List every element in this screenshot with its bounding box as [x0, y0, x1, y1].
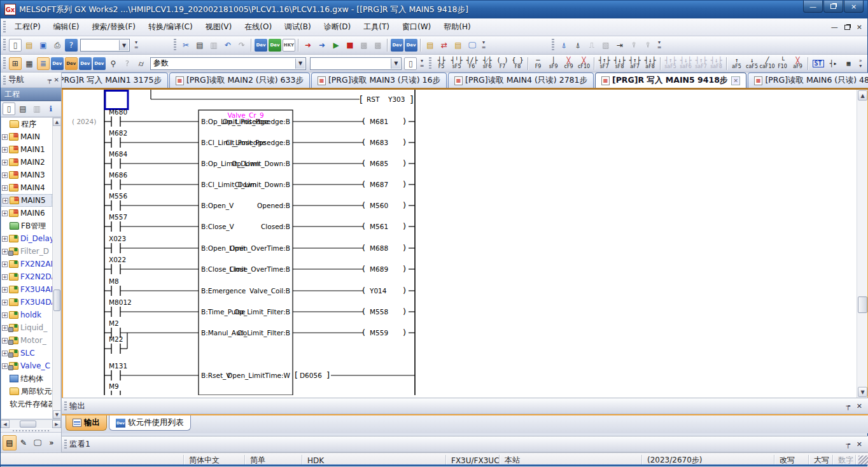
ladder-symbol-button-sf6[interactable]: ┤⁄├sF6	[480, 55, 495, 71]
device-combo[interactable]: ▼	[310, 57, 402, 70]
ladder-editor[interactable]: [RSTY303]Valve_Cr_9( 2024)M680B:Op_Limit…	[62, 90, 868, 398]
tree-item-di_delay[interactable]: +Di_Delay	[1, 232, 52, 245]
tree-item-motor_[interactable]: +Motor_	[1, 334, 52, 347]
maximize-button[interactable]	[823, 1, 843, 13]
mdi-minimize-button[interactable]: —	[831, 23, 838, 31]
toolbar-overflow-icon[interactable]: ▾≡	[417, 57, 426, 70]
expand-icon[interactable]: +	[2, 300, 8, 305]
ladder-symbol-button-f9[interactable]: ─F9	[531, 55, 546, 71]
read-from-plc-icon[interactable]: Dev	[269, 39, 281, 52]
tree-paste-icon[interactable]: ▥	[31, 102, 43, 115]
open-project-icon[interactable]: ▤	[23, 39, 36, 52]
menu-item[interactable]: 调试(B)	[278, 19, 318, 35]
ladder-symbol-button-f5[interactable]: ┤├F5	[434, 55, 449, 71]
mdi-close-button[interactable]: ×	[857, 23, 862, 31]
device-test-icon[interactable]: Dev	[405, 39, 417, 52]
pulse-monitor-icon[interactable]: ⎍	[585, 39, 598, 52]
ladder-symbol-button-af8[interactable]: ┤↓├aF8	[643, 55, 658, 71]
expand-icon[interactable]: +	[3, 198, 8, 204]
expand-icon[interactable]: +	[2, 287, 8, 293]
menu-item[interactable]: 工程(P)	[8, 19, 47, 35]
menu-item[interactable]: 诊断(D)	[318, 19, 358, 35]
ladder-symbol-button-┤▸[interactable]: ┤▸	[826, 55, 841, 71]
ladder-symbol-button-caf5[interactable]: ↓caF5	[745, 55, 760, 71]
tree-info-icon[interactable]: ℹ	[45, 102, 57, 115]
tree-new-icon[interactable]: ▯	[3, 102, 15, 115]
tree-item-filter_d[interactable]: +Filter_D	[1, 245, 52, 258]
tree-item-fx3u4ad[interactable]: +FX3U4AD	[1, 283, 52, 296]
scroll-down-icon[interactable]: ▼	[858, 387, 867, 397]
project-section-header[interactable]: 工程	[1, 88, 61, 101]
statement-icon[interactable]: ▤	[424, 39, 437, 52]
ladder-symbol-button-af9[interactable]: ╳aF9	[790, 55, 806, 71]
device-display-icon[interactable]: Dev	[65, 57, 78, 70]
expand-icon[interactable]: +	[2, 236, 8, 242]
tree-item-main6[interactable]: +MAIN6	[1, 207, 52, 220]
scroll-thumb[interactable]	[20, 421, 36, 428]
close-pane-icon[interactable]: ✕	[857, 402, 862, 410]
online-read-icon[interactable]: ➜	[316, 39, 328, 52]
scroll-right-icon[interactable]: ▶	[52, 420, 61, 428]
monitor-start-icon[interactable]: ▶	[330, 39, 342, 52]
tree-copy-icon[interactable]: ▤	[17, 102, 29, 115]
write-to-plc-icon[interactable]: Dev	[255, 39, 267, 52]
toolbar-overflow-icon[interactable]: ▾≡	[479, 39, 488, 52]
expand-icon[interactable]: +	[2, 274, 8, 280]
document-tab[interactable]: ▦[PRG]读取 MAIN2 (只读) 633步	[169, 73, 310, 88]
scroll-thumb[interactable]	[858, 296, 867, 313]
tree-item-fx2n2da[interactable]: +FX2N2DA	[1, 270, 52, 283]
expand-icon[interactable]: +	[2, 363, 8, 369]
redo-icon[interactable]: ↷	[235, 39, 248, 52]
close-button[interactable]: ×	[844, 1, 864, 13]
tree-item-slc[interactable]: +SLC	[1, 347, 52, 359]
menu-item[interactable]: 编辑(E)	[47, 19, 86, 35]
pin-icon[interactable]: ┮	[48, 76, 52, 83]
navigation-toggle-icon[interactable]: ⊞	[9, 57, 22, 70]
scroll-down-icon[interactable]: ▼	[53, 410, 61, 419]
mdi-restore-button[interactable]	[844, 25, 850, 30]
note-icon[interactable]: ▤	[452, 39, 465, 52]
expand-icon[interactable]: +	[2, 147, 8, 153]
combo-arrow-icon[interactable]: ▼	[295, 59, 305, 69]
scroll-left-icon[interactable]: ◀	[1, 420, 10, 428]
expand-icon[interactable]: +	[2, 338, 8, 344]
print-icon[interactable]: ⎙	[51, 39, 64, 52]
ladder-symbol-button-cf9[interactable]: ╳cF9	[561, 55, 577, 71]
expand-icon[interactable]: +	[2, 249, 8, 254]
save-project-icon[interactable]: ▣	[37, 39, 50, 52]
tree-item-main4[interactable]: +MAIN4	[1, 181, 52, 194]
document-tab[interactable]: ▦[PRG]读取 MAIN4 (只读) 2781步	[448, 73, 594, 88]
combo-arrow-icon[interactable]: ▼	[119, 40, 129, 50]
ladder-symbol-button-sf5[interactable]: ┤╵├sF5	[449, 55, 465, 71]
tree-item-fx2n2ad[interactable]: +FX2N2AD	[1, 258, 52, 270]
device-comment-icon[interactable]: Dev	[51, 57, 64, 70]
ladder-canvas[interactable]: [RSTY303]Valve_Cr_9( 2024)M680B:Op_Limit…	[63, 90, 855, 395]
tree-item-fx3u4da[interactable]: +FX3U4DA	[1, 296, 52, 309]
transfer-setup-icon[interactable]: 🖵	[466, 39, 479, 52]
pin-icon[interactable]: ┮	[846, 440, 850, 449]
tree-item-[interactable]: 程序	[1, 118, 52, 130]
expand-icon[interactable]: +	[2, 185, 8, 191]
toolbar-overflow-icon[interactable]: ▾≡	[655, 39, 664, 52]
combo-arrow-icon[interactable]: ▼	[391, 59, 400, 69]
device-batch-icon[interactable]: Dev	[79, 57, 92, 70]
menu-item[interactable]: 视图(V)	[199, 19, 239, 35]
scroll-up-icon[interactable]: ▲	[53, 118, 61, 126]
tree-item-fb[interactable]: FB管理	[1, 220, 52, 232]
ladder-monitor-stop-icon[interactable]: ⍋	[571, 39, 584, 52]
keyboard-monitor-icon[interactable]: HKY	[283, 39, 295, 52]
monitor-pause-icon[interactable]: ▩	[358, 39, 370, 52]
paste-icon[interactable]: ▥	[207, 39, 220, 52]
expand-icon[interactable]: +	[2, 160, 8, 165]
document-tab[interactable]: ▦[PRG]R 写入 MAIN5 9418步✕	[595, 73, 746, 88]
tree-item-holdk[interactable]: +holdk	[1, 309, 52, 321]
ladder-symbol-button-af7[interactable]: ┤↑├aF7	[627, 55, 643, 71]
connection-destination-icon[interactable]: 🖵	[31, 435, 45, 450]
pin-icon[interactable]: ┮	[846, 402, 850, 410]
ladder-symbol-button-f7[interactable]: ( )F7	[495, 55, 510, 71]
tree-item-[interactable]: 结构体	[1, 372, 52, 385]
expand-icon[interactable]: +	[2, 351, 8, 356]
close-pane-icon[interactable]: ✕	[54, 76, 59, 83]
project-combo[interactable]: ▼	[80, 39, 130, 52]
document-tab[interactable]: ▦[PRG]读取 MAIN3 (只读) 16步	[311, 73, 447, 88]
